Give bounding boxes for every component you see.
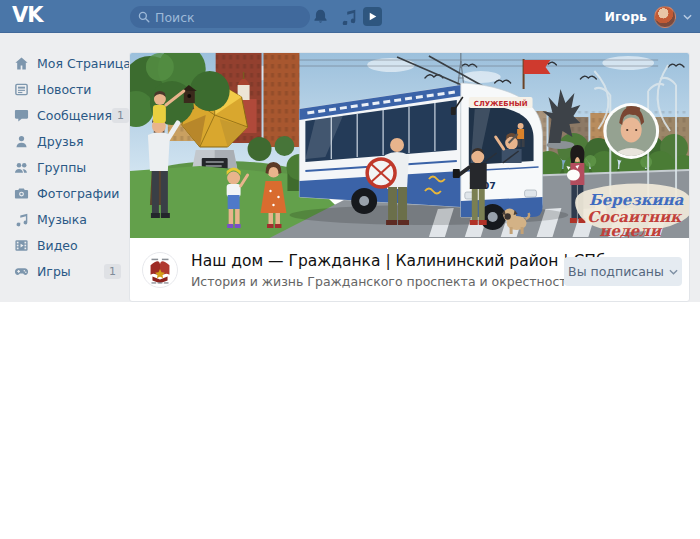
community-avatar[interactable] bbox=[142, 252, 178, 288]
member-badge-name: Березкина bbox=[589, 191, 684, 209]
sidebar-item-friends[interactable]: Друзья bbox=[0, 128, 129, 154]
sidebar-item-photos[interactable]: Фотографии bbox=[0, 180, 129, 206]
games-icon bbox=[14, 264, 29, 279]
subscribed-button-label: Вы подписаны bbox=[568, 264, 664, 279]
sidebar-item-label: Новости bbox=[37, 82, 91, 97]
groups-icon bbox=[14, 160, 29, 175]
photos-icon bbox=[14, 186, 29, 201]
music-note-icon[interactable] bbox=[340, 8, 357, 25]
community-subtitle: История и жизнь Гражданского проспекта и… bbox=[191, 274, 605, 289]
games-count-badge: 1 bbox=[104, 264, 121, 279]
community-card: СЛУЖЕБНЫЙ 2007 bbox=[129, 52, 690, 302]
sidebar-item-label: Группы bbox=[37, 160, 86, 175]
vk-logo[interactable]: VK bbox=[12, 3, 43, 27]
sidebar-item-label: Друзья bbox=[37, 134, 84, 149]
notifications-bell-icon[interactable] bbox=[312, 8, 329, 25]
sidebar-item-games[interactable]: Игры 1 bbox=[0, 258, 129, 284]
sidebar-item-label: Игры bbox=[37, 264, 71, 279]
sidebar-item-music[interactable]: Музыка bbox=[0, 206, 129, 232]
sidebar-item-messages[interactable]: Сообщения 1 bbox=[0, 102, 129, 128]
play-button[interactable] bbox=[363, 7, 382, 26]
subscribed-button[interactable]: Вы подписаны bbox=[564, 257, 682, 286]
video-icon bbox=[14, 238, 29, 253]
friends-icon bbox=[14, 134, 29, 149]
left-navigation-menu: Моя Страница Новости Сообщения 1 Друзь bbox=[0, 50, 129, 284]
sidebar-item-label: Музыка bbox=[37, 212, 87, 227]
sidebar-item-news[interactable]: Новости bbox=[0, 76, 129, 102]
chevron-down-icon bbox=[669, 269, 678, 275]
play-icon bbox=[367, 11, 378, 22]
search-input-container[interactable] bbox=[130, 6, 310, 28]
chevron-down-icon bbox=[683, 14, 692, 20]
news-icon bbox=[14, 82, 29, 97]
community-header: Наш дом — Гражданка | Калининский район … bbox=[130, 238, 689, 301]
messages-icon bbox=[14, 108, 29, 123]
search-input[interactable] bbox=[155, 10, 311, 25]
community-cover-illustration: СЛУЖЕБНЫЙ 2007 bbox=[130, 53, 689, 238]
member-badge-word2: недели bbox=[599, 222, 662, 238]
user-name: Игорь bbox=[605, 9, 647, 24]
sidebar-item-label: Видео bbox=[37, 238, 78, 253]
search-icon bbox=[138, 11, 150, 23]
sidebar-item-video[interactable]: Видео bbox=[0, 232, 129, 258]
sidebar-item-label: Моя Страница bbox=[37, 56, 131, 71]
user-menu[interactable]: Игорь bbox=[605, 0, 692, 33]
sidebar-item-groups[interactable]: Группы bbox=[0, 154, 129, 180]
user-avatar bbox=[654, 6, 676, 28]
bus-destination-sign: СЛУЖЕБНЫЙ bbox=[474, 99, 528, 108]
messages-count-badge: 1 bbox=[112, 108, 129, 123]
top-navigation-bar: VK Игорь bbox=[0, 0, 700, 33]
sidebar-item-label: Сообщения bbox=[37, 108, 112, 123]
community-logo-emblem bbox=[143, 253, 177, 287]
vk-page: VK Игорь bbox=[0, 0, 700, 539]
sidebar-item-label: Фотографии bbox=[37, 186, 119, 201]
home-icon bbox=[14, 56, 29, 71]
community-title: Наш дом — Гражданка | Калининский район … bbox=[191, 251, 605, 271]
sidebar-item-my-page[interactable]: Моя Страница bbox=[0, 50, 129, 76]
music-icon bbox=[14, 212, 29, 227]
